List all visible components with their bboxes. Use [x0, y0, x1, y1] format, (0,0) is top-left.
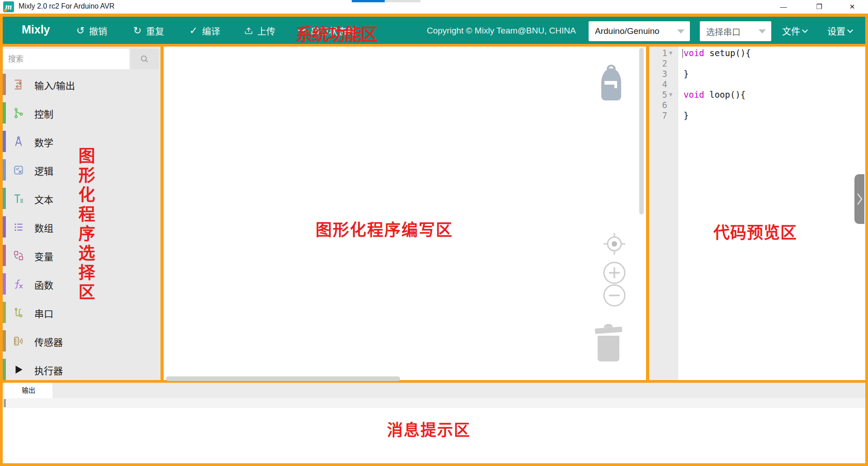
sidebar-category-io[interactable]: 输入/输出 — [3, 70, 160, 99]
array-icon — [13, 221, 24, 233]
line-number: 3 — [649, 69, 667, 79]
toolbar-compile-button[interactable]: ✓编译 — [188, 24, 220, 37]
minimize-button[interactable]: — — [773, 0, 794, 13]
actuator-icon — [13, 364, 24, 376]
chevron-down-icon — [847, 27, 853, 33]
sidebar-category-variable[interactable]: 变量 — [3, 241, 160, 270]
mixly-logo-icon: m — [3, 1, 14, 12]
menu-file-label: 文件 — [782, 24, 800, 38]
search-input[interactable] — [4, 49, 129, 69]
code-text: } — [684, 110, 689, 121]
category-color-strip — [3, 302, 6, 323]
zoom-in-icon[interactable] — [603, 261, 626, 285]
board-select-dropdown[interactable]: Arduino/Genuino — [589, 21, 690, 41]
sidebar-category-control[interactable]: 控制 — [3, 99, 160, 127]
category-label: 执行器 — [34, 363, 63, 377]
chevron-down-icon — [759, 29, 766, 33]
fold-arrow-icon[interactable]: ▼ — [669, 90, 676, 100]
search-button[interactable] — [131, 49, 159, 69]
progress-bar-fill — [352, 0, 385, 2]
port-select-value: 选择串口 — [706, 25, 754, 38]
line-number: 7 — [649, 110, 667, 121]
blockly-workspace[interactable]: 图形化程序编写区 — [164, 47, 646, 380]
category-label: 数组 — [34, 221, 53, 234]
trash-icon[interactable] — [592, 320, 625, 364]
category-label: 串口 — [34, 306, 53, 320]
annotation-workspace-area: 图形化程序编写区 — [316, 217, 453, 240]
toolbar-button-label: 编译 — [202, 24, 220, 38]
code-line: 7} — [649, 110, 865, 121]
io-icon — [13, 79, 24, 90]
panel-expander-handle[interactable] — [854, 174, 864, 224]
sidebar-category-serial[interactable]: 串口 — [3, 298, 160, 327]
sidebar-category-actuator[interactable]: 执行器 — [3, 355, 160, 380]
backpack-icon[interactable] — [597, 61, 626, 105]
tab-output[interactable]: 输出 — [5, 383, 52, 398]
toolbar-button-label: 重复 — [146, 24, 164, 38]
sidebar-category-sensor[interactable]: 传感器 — [3, 327, 160, 355]
sidebar-category-math[interactable]: 数学 — [3, 127, 160, 156]
category-label: 传感器 — [34, 335, 63, 348]
code-lines: 1▼void setup(){23}45▼void loop(){67} — [649, 48, 865, 121]
sidebar-category-logic[interactable]: 逻辑 — [3, 156, 160, 184]
code-preview-panel: 1▼void setup(){23}45▼void loop(){67} 代码预… — [649, 47, 865, 380]
titlebar: m Mixly 2.0 rc2 For Arduino AVR — ❐ ✕ — [0, 0, 868, 14]
zoom-reset-icon[interactable] — [603, 232, 626, 256]
undo-icon: ↺ — [75, 25, 86, 36]
toolbar-serial-status-button[interactable]: 串口状态栏 — [297, 24, 356, 37]
math-icon — [13, 136, 24, 147]
code-line: 5▼void loop(){ — [649, 90, 865, 100]
port-select-dropdown[interactable]: 选择串口 — [700, 21, 771, 41]
zoom-out-icon[interactable] — [603, 284, 626, 307]
code-text: void setup(){ — [684, 48, 751, 58]
menu-file[interactable]: 文件 — [782, 24, 807, 38]
output-panel: 输出 消息提示区 — [3, 383, 865, 463]
line-number: 1 — [649, 48, 667, 58]
annotation-message-area: 消息提示区 — [387, 417, 471, 440]
text-cursor — [682, 49, 683, 58]
category-color-strip — [3, 330, 6, 352]
vertical-scrollbar[interactable] — [639, 48, 644, 214]
toolbar-redo-button[interactable]: ↻重复 — [132, 24, 164, 37]
code-line: 3} — [649, 69, 865, 79]
code-line: 6 — [649, 100, 865, 110]
compile-icon: ✓ — [188, 25, 199, 36]
sidebar-category-function[interactable]: 函数 — [3, 270, 160, 298]
horizontal-scrollbar[interactable] — [166, 376, 400, 381]
category-label: 逻辑 — [34, 164, 53, 177]
block-category-sidebar: 输入/输出控制数学逻辑文本数组变量函数串口传感器执行器 图形化程序选择区 — [3, 47, 160, 380]
output-tabbar: 输出 — [3, 383, 865, 398]
toolbar-button-label: 串口状态栏 — [311, 24, 356, 38]
sidebar-category-array[interactable]: 数组 — [3, 213, 160, 241]
toolbar-upload-button[interactable]: 上传 — [243, 24, 275, 37]
code-line: 2 — [649, 58, 865, 69]
close-button[interactable]: ✕ — [842, 0, 863, 13]
sidebar-category-text[interactable]: 文本 — [3, 184, 160, 213]
category-label: 函数 — [34, 278, 53, 291]
toolbar-button-label: 上传 — [257, 24, 275, 38]
chevron-down-icon — [802, 27, 808, 33]
category-label: 输入/输出 — [34, 78, 75, 92]
restore-button[interactable]: ❐ — [809, 0, 830, 13]
category-color-strip — [3, 74, 6, 95]
toolbar: Mixly ↺撤销↻重复✓编译上传串口状态栏 Copyright © Mixly… — [3, 17, 865, 44]
toolbar-undo-button[interactable]: ↺撤销 — [75, 24, 107, 37]
output-scroll-strip — [3, 398, 865, 408]
category-color-strip — [3, 273, 6, 295]
annotation-code-area: 代码预览区 — [713, 219, 797, 243]
fold-arrow-icon[interactable]: ▼ — [669, 48, 676, 58]
progress-bar-track — [385, 0, 420, 2]
menu-settings[interactable]: 设置 — [827, 24, 852, 38]
variable-icon — [13, 250, 24, 262]
copyright-text: Copyright © Mixly Team@BNU, CHINA — [427, 26, 576, 36]
search-icon — [140, 54, 150, 64]
progress-bar — [352, 0, 420, 2]
category-color-strip — [3, 245, 6, 266]
code-text: } — [684, 69, 689, 79]
category-color-strip — [3, 131, 6, 152]
code-text: void loop(){ — [684, 90, 745, 100]
category-color-strip — [3, 159, 6, 181]
code-line: 1▼void setup(){ — [649, 48, 865, 58]
chevron-down-icon — [677, 29, 684, 33]
code-line: 4 — [649, 79, 865, 90]
